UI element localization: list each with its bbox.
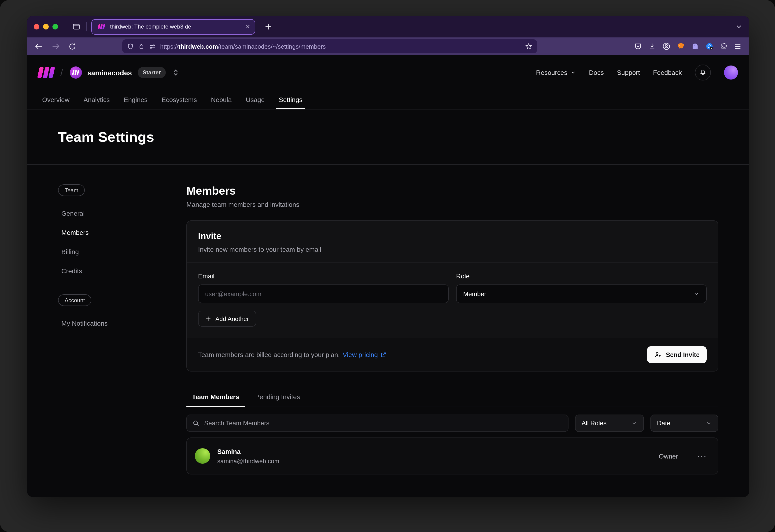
- invite-subtitle: Invite new members to your team by email: [198, 246, 707, 253]
- notifications-bell-button[interactable]: [695, 65, 711, 80]
- browser-tab[interactable]: thirdweb: The complete web3 de ×: [91, 19, 255, 34]
- team-switcher-icon[interactable]: [172, 69, 179, 76]
- external-link-icon: [380, 352, 386, 358]
- member-actions-menu-icon[interactable]: ···: [698, 452, 707, 460]
- downloads-icon[interactable]: [648, 42, 656, 50]
- email-field[interactable]: [205, 290, 442, 297]
- nav-resources[interactable]: Resources: [536, 69, 576, 76]
- member-row: Samina samina@thirdweb.com Owner ···: [187, 438, 718, 474]
- date-sort-select[interactable]: Date: [651, 415, 718, 432]
- member-filters: All Roles Date: [186, 415, 718, 432]
- sidebar-group-account: Account: [58, 294, 91, 306]
- extensions-puzzle-icon[interactable]: [720, 42, 728, 50]
- thirdweb-favicon: [98, 24, 105, 29]
- sidebar-item-members[interactable]: Members: [61, 223, 170, 242]
- tab-analytics[interactable]: Analytics: [84, 90, 110, 109]
- tracking-protection-shield-icon[interactable]: [127, 43, 134, 50]
- minimize-window-button[interactable]: [43, 24, 49, 29]
- bell-icon: [699, 69, 707, 76]
- tab-usage[interactable]: Usage: [246, 90, 265, 109]
- new-tab-icon[interactable]: [265, 23, 272, 30]
- search-wrap: [186, 415, 568, 432]
- tab-settings[interactable]: Settings: [279, 90, 303, 109]
- plan-badge: Starter: [137, 67, 166, 78]
- member-avatar: [195, 448, 210, 464]
- members-main: Members Manage team members and invitati…: [186, 184, 718, 474]
- password-manager-icon[interactable]: [705, 42, 714, 51]
- search-icon: [192, 420, 200, 427]
- send-invite-button[interactable]: Send Invite: [647, 346, 707, 363]
- account-icon[interactable]: [662, 42, 671, 51]
- nav-support[interactable]: Support: [617, 69, 640, 76]
- tab-nebula[interactable]: Nebula: [211, 90, 232, 109]
- user-plus-icon: [654, 351, 662, 358]
- bookmark-star-icon[interactable]: [525, 43, 532, 50]
- maximize-window-button[interactable]: [52, 24, 58, 29]
- nav-docs[interactable]: Docs: [589, 69, 604, 76]
- divider: [86, 22, 87, 31]
- tab-engines[interactable]: Engines: [124, 90, 147, 109]
- members-heading: Members: [186, 184, 718, 197]
- invite-card: Invite Invite new members to your team b…: [186, 220, 718, 372]
- menu-hamburger-icon[interactable]: [734, 42, 742, 50]
- member-role: Owner: [659, 452, 678, 460]
- dashboard-tabs: Overview Analytics Engines Ecosystems Ne…: [27, 90, 749, 109]
- chevron-down-icon: [570, 70, 576, 75]
- member-list-tabs: Team Members Pending Invites: [186, 393, 718, 407]
- plus-icon: [205, 316, 211, 322]
- sidebar-item-credits[interactable]: Credits: [61, 261, 170, 280]
- forward-icon[interactable]: [51, 42, 60, 51]
- url-bar[interactable]: https://thirdweb.com/team/saminacodes/~/…: [122, 39, 537, 53]
- members-subheading: Manage team members and invitations: [186, 201, 718, 208]
- billing-note: Team members are billed according to you…: [198, 351, 386, 358]
- close-window-button[interactable]: [34, 24, 39, 29]
- chevron-down-icon: [693, 291, 700, 297]
- email-field-wrap: [198, 284, 449, 303]
- firefox-view-icon[interactable]: [72, 22, 80, 31]
- chevron-down-icon: [706, 420, 712, 426]
- member-list: Samina samina@thirdweb.com Owner ···: [186, 437, 718, 474]
- thirdweb-logo[interactable]: [38, 67, 54, 78]
- add-another-button[interactable]: Add Another: [198, 311, 256, 327]
- sidebar-item-billing[interactable]: Billing: [61, 242, 170, 261]
- roles-filter-select[interactable]: All Roles: [575, 415, 644, 432]
- sidebar-item-general[interactable]: General: [61, 204, 170, 223]
- settings-sidebar: Team General Members Billing Credits Acc…: [58, 184, 170, 474]
- member-name: Samina: [217, 448, 279, 455]
- invite-title: Invite: [198, 231, 707, 241]
- team-name[interactable]: saminacodes: [87, 69, 132, 77]
- site-header: / saminacodes Starter Resources Docs Sup…: [27, 55, 749, 90]
- role-label: Role: [456, 272, 707, 280]
- nav-feedback[interactable]: Feedback: [653, 69, 682, 76]
- metamask-icon[interactable]: [677, 42, 685, 51]
- permissions-icon[interactable]: [149, 43, 156, 50]
- thirdweb-page: / saminacodes Starter Resources Docs Sup…: [27, 55, 749, 497]
- tab-overview[interactable]: Overview: [42, 90, 69, 109]
- team-avatar[interactable]: [69, 66, 82, 79]
- browser-tab-bar: thirdweb: The complete web3 de ×: [27, 16, 749, 37]
- search-input[interactable]: [204, 420, 562, 427]
- pocket-icon[interactable]: [634, 42, 642, 50]
- tab-pending-invites[interactable]: Pending Invites: [250, 393, 306, 407]
- user-avatar[interactable]: [724, 66, 738, 80]
- lock-icon[interactable]: [138, 43, 145, 50]
- browser-toolbar: https://thirdweb.com/team/saminacodes/~/…: [27, 37, 749, 55]
- tab-ecosystems[interactable]: Ecosystems: [161, 90, 197, 109]
- chevron-down-icon: [631, 420, 637, 426]
- tab-list-chevron-icon[interactable]: [735, 23, 743, 30]
- window-controls[interactable]: [34, 24, 58, 29]
- sidebar-item-my-notifications[interactable]: My Notifications: [61, 313, 170, 333]
- role-select[interactable]: Member: [456, 284, 707, 303]
- page-title: Team Settings: [58, 129, 154, 145]
- url-text[interactable]: https://thirdweb.com/team/saminacodes/~/…: [160, 43, 326, 50]
- page-title-band: Team Settings: [27, 109, 749, 165]
- close-tab-icon[interactable]: ×: [246, 22, 250, 31]
- tab-team-members[interactable]: Team Members: [186, 393, 245, 407]
- sidebar-group-team: Team: [58, 184, 85, 196]
- email-label: Email: [198, 272, 449, 280]
- reload-icon[interactable]: [68, 42, 76, 50]
- view-pricing-link[interactable]: View pricing: [343, 351, 386, 358]
- phantom-icon[interactable]: [691, 42, 699, 50]
- back-icon[interactable]: [35, 42, 43, 51]
- member-email: samina@thirdweb.com: [217, 457, 279, 464]
